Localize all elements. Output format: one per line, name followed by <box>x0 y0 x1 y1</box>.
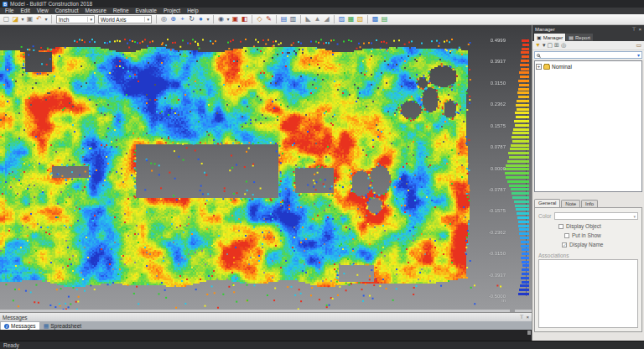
shading-icon[interactable]: ● <box>196 14 205 24</box>
menu-edit[interactable]: Edit <box>17 8 33 14</box>
clipboard-icon[interactable]: ▥ <box>288 14 298 24</box>
filter-dropdown-icon[interactable]: ▾ <box>543 41 546 49</box>
associations-list[interactable] <box>538 259 638 328</box>
tree-item-label: Nominal <box>552 64 572 70</box>
folder-icon <box>543 65 550 70</box>
menu-file[interactable]: File <box>2 8 17 14</box>
associations-label: Associations <box>538 253 638 258</box>
menu-project[interactable]: Project <box>160 8 184 14</box>
pin-icon[interactable]: ⊤ <box>631 26 636 33</box>
tree-item-nominal[interactable]: + Nominal <box>536 63 641 70</box>
viewport-canvas[interactable] <box>0 25 532 312</box>
new-group-icon[interactable]: ▢ <box>547 41 553 49</box>
undo-dropdown-icon[interactable]: ▾ <box>44 14 49 24</box>
display-object-checkbox[interactable] <box>558 224 564 229</box>
toolbar-separator <box>51 15 52 23</box>
toolbar-separator <box>276 15 277 23</box>
app-icon: B <box>3 2 8 7</box>
spreadsheet-icon: ▦ <box>44 323 49 330</box>
cad-icon[interactable]: ▧ <box>356 14 365 24</box>
search-dropdown-icon[interactable]: ▾ <box>637 52 640 59</box>
viewport-3d[interactable]: 0.49990.39370.31500.23620.15750.07870.00… <box>0 25 532 312</box>
save-file-icon[interactable]: ▣ <box>25 14 34 24</box>
tree-expander-icon[interactable]: + <box>536 64 542 70</box>
pin-icon[interactable]: ⊤ <box>519 314 523 320</box>
report-icon[interactable]: ▨ <box>337 14 346 24</box>
main-toolbar: ▢◪▾▣↶▾Inch▾World Axis▾◎⊕+↻●▾◉▾▣◧◇✎▤▥◣▲◢▨… <box>0 14 644 25</box>
color-label: Color <box>538 213 552 219</box>
object-tree[interactable]: + Nominal <box>534 60 642 192</box>
chevron-down-icon: ▾ <box>144 17 149 22</box>
unit-combobox[interactable]: Inch▾ <box>56 15 95 23</box>
window-title: Model - BuildIT Construction 2018 <box>10 1 92 7</box>
grid-icon[interactable]: ▦ <box>346 14 356 24</box>
color-row: Color ▾ <box>538 212 638 220</box>
properties-body: Color ▾ Display ObjectPut in Show✓Displa… <box>534 207 642 332</box>
filter-icon[interactable]: ▼ <box>535 41 541 49</box>
axis-combobox[interactable]: World Axis▾ <box>98 15 152 23</box>
select-hand-icon[interactable]: ◇ <box>255 14 264 24</box>
project-icon[interactable]: ▩ <box>371 14 380 24</box>
messages-content <box>0 330 532 341</box>
tab-manager[interactable]: ▣Manager <box>534 34 565 41</box>
put-in-show-checkbox[interactable] <box>564 233 569 238</box>
display-name-checkbox[interactable]: ✓ <box>562 242 567 247</box>
close-icon[interactable]: × <box>526 314 529 320</box>
undo-icon[interactable]: ↶ <box>34 14 44 24</box>
toolbar-separator <box>300 15 301 23</box>
title-bar: B Model - BuildIT Construction 2018 <box>0 0 644 8</box>
unit-combobox-value: Inch <box>59 17 69 23</box>
checkbox-group: Display ObjectPut in Show✓Display Name <box>538 220 638 247</box>
tab-general[interactable]: General <box>534 199 560 207</box>
checkbox-label: Display Name <box>569 242 603 247</box>
visibility-icon[interactable]: ◉ <box>216 14 226 24</box>
orbit-icon[interactable]: ↻ <box>187 14 196 24</box>
manager-panel-title: Manager <box>535 27 555 32</box>
tab-note[interactable]: Note <box>561 200 580 207</box>
search-input[interactable]: ▾ <box>534 51 642 59</box>
camera-icon[interactable]: ◧ <box>240 14 249 24</box>
toolbar-separator <box>252 15 252 23</box>
mesh-icon[interactable]: ▲ <box>313 14 322 24</box>
toolbar-separator <box>334 15 335 23</box>
spreadsheet-icon[interactable]: ▤ <box>279 14 288 24</box>
manager-tab-icon: ▣ <box>537 34 542 41</box>
tab-messages[interactable]: iMessages <box>1 322 39 330</box>
viewport-resize-grip[interactable] <box>510 310 515 312</box>
tab-report[interactable]: ▤Report <box>566 34 593 41</box>
main-area: 0.49990.39370.31500.23620.15750.07870.00… <box>0 25 644 341</box>
surface-icon[interactable]: ◢ <box>322 14 331 24</box>
messages-panel-title: Messages <box>3 315 28 320</box>
find-icon[interactable]: ◎ <box>561 41 566 49</box>
open-file-icon[interactable]: ◪ <box>11 14 20 24</box>
toolbar-separator <box>213 15 214 23</box>
align-icon[interactable]: ◣ <box>304 14 313 24</box>
shading-dropdown-icon[interactable]: ▾ <box>205 14 210 24</box>
menu-construct[interactable]: Construct <box>52 8 82 14</box>
properties-section: GeneralNoteInfo Color ▾ Display ObjectPu… <box>532 199 644 341</box>
close-icon[interactable]: × <box>638 26 641 33</box>
menu-evaluate[interactable]: Evaluate <box>132 8 160 14</box>
zoom-window-icon[interactable]: ⊕ <box>169 14 178 24</box>
menu-help[interactable]: Help <box>184 8 201 14</box>
export-icon[interactable]: ▤ <box>380 14 389 24</box>
menu-measure[interactable]: Measure <box>82 8 110 14</box>
messages-scrollbar[interactable] <box>527 331 531 335</box>
snapshot-icon[interactable]: ▣ <box>231 14 240 24</box>
annotate-pen-icon[interactable]: ✎ <box>264 14 273 24</box>
properties-tab-strip: GeneralNoteInfo <box>534 199 642 207</box>
zoom-fit-icon[interactable]: ◎ <box>159 14 169 24</box>
tab-spreadsheet[interactable]: ▦Spreadsheet <box>40 322 86 330</box>
manager-panel-header: Manager ⊤ × <box>532 25 644 33</box>
manager-panel: Manager ⊤ × ▣Manager▤Report ▼▾▢⊞◎▭ ▾ + N… <box>532 25 644 341</box>
delete-icon[interactable]: ▭ <box>636 41 641 49</box>
copy-icon[interactable]: ⊞ <box>554 41 559 49</box>
pan-icon[interactable]: + <box>178 14 187 24</box>
checkbox-row: ✓Display Name <box>562 242 638 247</box>
menu-view[interactable]: View <box>34 8 52 14</box>
color-combobox[interactable]: ▾ <box>554 212 638 220</box>
tab-info[interactable]: Info <box>581 200 598 207</box>
new-file-icon[interactable]: ▢ <box>2 14 11 24</box>
menu-refine[interactable]: Refine <box>110 8 132 14</box>
toolbar-separator <box>367 15 368 23</box>
